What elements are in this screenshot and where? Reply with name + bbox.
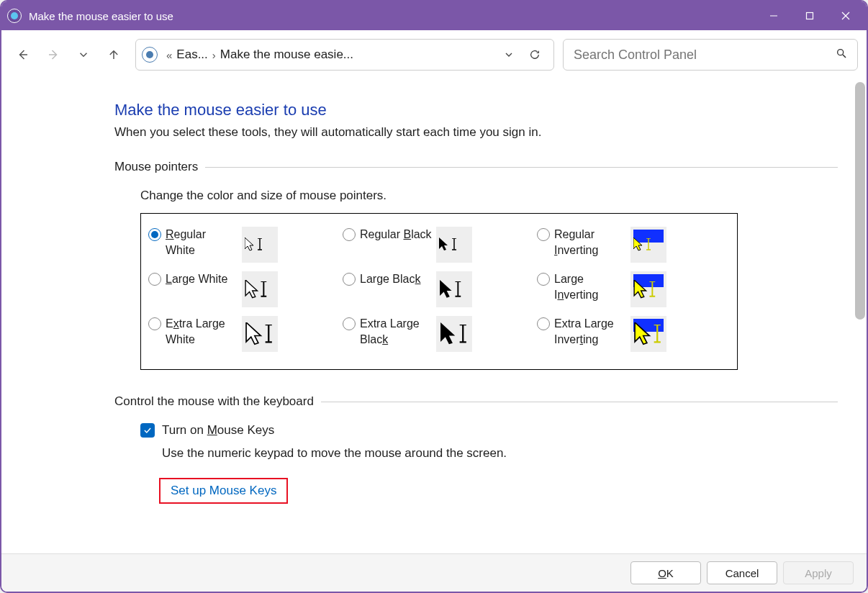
- svg-point-4: [838, 50, 844, 55]
- radio-icon: [148, 273, 161, 286]
- recent-dropdown[interactable]: [71, 42, 96, 68]
- mouse-keys-help: Use the numeric keypad to move the mouse…: [162, 446, 867, 461]
- radio-regular-white[interactable]: Regular White: [145, 227, 340, 263]
- radio-icon: [343, 228, 356, 241]
- preview-xl-black: [436, 316, 472, 352]
- breadcrumb-current[interactable]: Make the mouse easie...: [220, 47, 353, 62]
- radio-icon: [148, 317, 161, 330]
- radio-icon: [148, 228, 161, 241]
- cancel-button[interactable]: Cancel: [707, 561, 777, 584]
- radio-regular-black[interactable]: Regular Black: [340, 227, 534, 263]
- radio-icon: [343, 317, 356, 330]
- page-title: Make the mouse easier to use: [114, 101, 867, 119]
- radio-icon: [537, 228, 550, 241]
- section-mouse-pointers: Mouse pointers: [114, 160, 838, 174]
- search-input[interactable]: [574, 47, 836, 63]
- breadcrumb-parent[interactable]: Eas...: [176, 47, 207, 62]
- radio-icon: [343, 273, 356, 286]
- setup-mouse-keys-highlight: Set up Mouse Keys: [159, 478, 288, 504]
- ok-button[interactable]: OK: [630, 561, 701, 584]
- forward-button[interactable]: [40, 42, 66, 68]
- radio-large-black[interactable]: Large Black: [340, 271, 534, 307]
- window: Make the mouse easier to use « Eas... › …: [0, 0, 868, 593]
- address-dropdown-icon[interactable]: [496, 49, 522, 60]
- mouse-keys-checkbox[interactable]: Turn on Mouse Keys: [140, 423, 867, 438]
- up-button[interactable]: [101, 42, 127, 68]
- preview-xl-white: [242, 316, 278, 352]
- preview-regular-inverting: [630, 227, 666, 263]
- radio-icon: [537, 273, 550, 286]
- chevron-left-icon: «: [166, 49, 172, 61]
- preview-large-white: [242, 271, 278, 307]
- chevron-right-icon: ›: [212, 49, 216, 61]
- searchbox[interactable]: [563, 39, 858, 71]
- svg-line-5: [843, 55, 846, 58]
- search-icon[interactable]: [836, 47, 847, 62]
- scrollbar[interactable]: [855, 82, 865, 320]
- pointers-description: Change the color and size of mouse point…: [140, 189, 867, 203]
- preview-regular-white: [242, 227, 278, 263]
- svg-rect-1: [807, 13, 813, 19]
- minimize-button[interactable]: [756, 1, 792, 30]
- preview-large-black: [436, 271, 472, 307]
- window-title: Make the mouse easier to use: [29, 10, 756, 22]
- checkbox-icon: [140, 423, 155, 438]
- control-panel-icon: [142, 47, 158, 63]
- buttonbar: OK Cancel Apply: [1, 553, 867, 592]
- preview-regular-black: [436, 227, 472, 263]
- preview-large-inverting: [630, 271, 666, 307]
- radio-large-inverting[interactable]: Large Inverting: [534, 271, 728, 307]
- refresh-icon[interactable]: [522, 49, 548, 60]
- radio-xl-white[interactable]: Extra Large White: [145, 316, 340, 352]
- radio-xl-black[interactable]: Extra Large Black: [340, 316, 534, 352]
- apply-button[interactable]: Apply: [783, 561, 854, 584]
- toolbar: « Eas... › Make the mouse easie...: [1, 30, 867, 79]
- page-subtitle: When you select these tools, they will a…: [114, 125, 867, 140]
- radio-regular-inverting[interactable]: Regular Inverting: [534, 227, 728, 263]
- setup-mouse-keys-link[interactable]: Set up Mouse Keys: [171, 484, 276, 497]
- preview-xl-inverting: [630, 316, 666, 352]
- app-icon: [7, 9, 22, 23]
- maximize-button[interactable]: [792, 1, 828, 30]
- content-area: Make the mouse easier to use When you se…: [1, 79, 867, 553]
- radio-large-white[interactable]: Large White: [145, 271, 340, 307]
- titlebar: Make the mouse easier to use: [1, 1, 867, 30]
- section-keyboard-control: Control the mouse with the keyboard: [114, 394, 838, 409]
- addressbar[interactable]: « Eas... › Make the mouse easie...: [135, 39, 554, 71]
- radio-xl-inverting[interactable]: Extra Large Inverting: [534, 316, 728, 352]
- close-button[interactable]: [828, 1, 864, 30]
- radio-icon: [537, 317, 550, 330]
- back-button[interactable]: [10, 42, 36, 68]
- pointer-grid: Regular White Regular Black Regular Inve…: [140, 213, 738, 370]
